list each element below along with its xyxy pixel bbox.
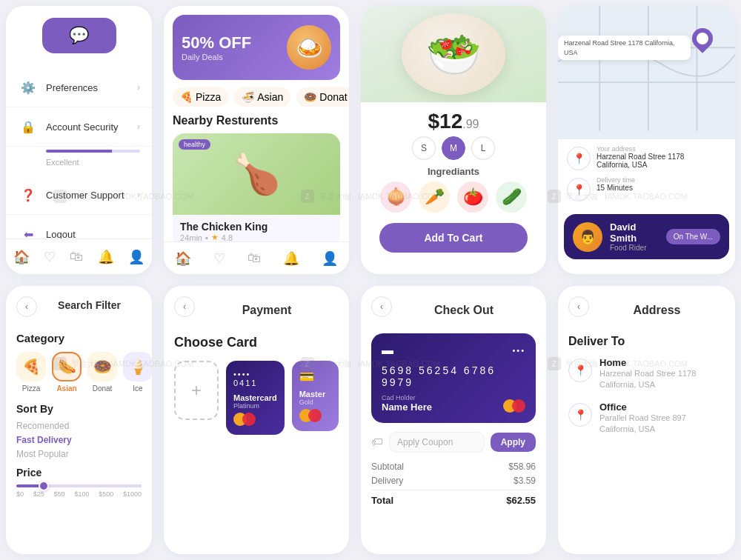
address-office[interactable]: 📍 Office Parallel Road Stree 897 Califor…: [568, 401, 725, 436]
restaurant-card[interactable]: 🍗 healthy The Chicken King 24min • ★ 4.8: [173, 133, 340, 248]
size-selector: S M L: [361, 136, 546, 160]
donat-icon: 🍩: [304, 91, 316, 103]
salad-emoji: 🥗: [426, 28, 482, 81]
payment-back-button[interactable]: ‹: [174, 296, 195, 317]
card-mastercard-platinum[interactable]: •••• 0411 Mastercard Platinum: [226, 361, 285, 435]
map-address-label: Harzenal Road Stree 1178 California, USA: [558, 36, 691, 60]
payment-title: Payment: [195, 304, 339, 317]
sort-fast-delivery[interactable]: Fast Delivery: [16, 435, 72, 445]
sort-by-title: Sort By: [16, 403, 142, 415]
rider-name: David Smith: [610, 221, 659, 244]
card-number: 5698 56254 6786 9979: [382, 364, 525, 388]
ingredient-carrot: 🥕: [419, 181, 450, 213]
delivery-time-label: Delivery time: [597, 176, 635, 184]
sort-recommended[interactable]: Recomended: [16, 421, 142, 431]
address-home[interactable]: 📍 Home Harzenal Road Stree 1178 Californ…: [568, 357, 725, 391]
cat-chip-pizza[interactable]: 🍕 Pizza: [173, 87, 228, 107]
chat-button[interactable]: 💬: [42, 18, 116, 53]
card-sub-label: Platinum: [233, 402, 277, 410]
category-section-title: Category: [16, 332, 142, 344]
cat-pizza[interactable]: 🍕 Pizza: [16, 352, 46, 393]
office-label: Office: [599, 401, 686, 413]
address-title: Address: [589, 304, 725, 317]
question-icon: ❓: [18, 184, 39, 205]
menu-item-preferences[interactable]: ⚙️ Preferences ›: [6, 68, 152, 107]
your-address-label: Your address: [597, 145, 684, 153]
size-l[interactable]: L: [471, 136, 495, 160]
menu-item-account-security[interactable]: 🔒 Account Security ›: [6, 107, 152, 147]
office-address-line: Parallel Road Stree 897 California, USA: [599, 413, 686, 436]
cat-chip-asian[interactable]: 🍜 Asian: [234, 87, 290, 107]
support-label: Customer Support: [46, 190, 137, 201]
size-m[interactable]: M: [442, 136, 465, 160]
cat-ice[interactable]: 🍦 Ice: [123, 352, 152, 393]
price-1000: $1000: [123, 490, 142, 498]
cat-chip-donat[interactable]: 🍩 Donat: [296, 87, 349, 107]
checkout-back-button[interactable]: ‹: [371, 296, 392, 317]
pizza-circle: 🍕: [16, 352, 46, 381]
delivery-map-panel: Harzenal Road Stree 1178 California, USA…: [558, 6, 735, 274]
lock-icon: 🔒: [18, 116, 39, 137]
deliver-to-title: Deliver To: [568, 335, 725, 348]
nav-home-icon[interactable]: 🏠: [13, 249, 30, 265]
nav-bag-icon[interactable]: 🛍: [70, 249, 83, 264]
pizza-label: Pizza: [22, 384, 40, 393]
checkout-panel: ‹ Check Out ▬ ••• 5698 56254 6786 9979 C…: [361, 286, 546, 554]
security-bar: [46, 150, 140, 153]
price-slider[interactable]: [16, 484, 142, 487]
rider-avatar: 👨: [573, 222, 602, 252]
office-address-info: Office Parallel Road Stree 897 Californi…: [599, 401, 686, 436]
card-master-gold[interactable]: 💳 Master Gold: [292, 361, 339, 431]
map-svg: [558, 6, 735, 131]
donat-label: Donat: [93, 384, 113, 393]
card-sub-2: Gold: [299, 399, 331, 406]
donat-circle: 🍩: [87, 352, 117, 381]
category-icons: 🍕 Pizza 🌭 Asian 🍩 Donat 🍦 Ice: [16, 352, 142, 393]
nav2-home[interactable]: 🏠: [175, 250, 191, 267]
address-panel: ‹ Address Deliver To 📍 Home Harzenal Roa…: [558, 286, 735, 554]
menu-item-support[interactable]: ❓ Customer Support ›: [6, 176, 152, 215]
delivery-time-value: 15 Minutes: [597, 184, 635, 192]
coupon-input[interactable]: Apply Coupon: [389, 432, 485, 453]
nav2-heart[interactable]: ♡: [213, 250, 225, 267]
master-gold-logo: [299, 409, 331, 422]
nav-heart-icon[interactable]: ♡: [44, 249, 56, 265]
sort-most-popular[interactable]: Most Popular: [16, 449, 142, 459]
checkout-title: Check Out: [392, 304, 536, 317]
cat-asian[interactable]: 🌭 Asian: [52, 352, 82, 393]
settings-panel: 💬 ⚙️ Preferences › 🔒 Account Security › …: [6, 6, 152, 274]
total-row: Total $62.55: [371, 490, 536, 506]
nearby-restaurants-title: Nearby Resturents: [164, 114, 349, 127]
back-button[interactable]: ‹: [16, 296, 37, 317]
price-big: $12: [428, 110, 463, 133]
card-brand-2: Master: [299, 390, 331, 399]
food-image-area: 🥗: [361, 6, 546, 102]
chip-icon: ▬: [382, 344, 393, 357]
food-detail-panel: 🥗 $12 .99 S M L Ingrediants 🧅 🥕 🍅 🥒 Add …: [361, 6, 546, 274]
total-value: $62.55: [506, 495, 536, 506]
nav-profile-icon[interactable]: 👤: [128, 249, 144, 265]
address-back-button[interactable]: ‹: [568, 296, 589, 317]
on-way-button[interactable]: On The W...: [666, 229, 720, 244]
home-label: Home: [599, 357, 696, 368]
nav2-bell[interactable]: 🔔: [283, 250, 299, 267]
slider-thumb[interactable]: [39, 481, 49, 491]
home-pin-icon: 📍: [568, 359, 592, 382]
route-address-1: Your address Harzenal Road Stree 1178Cal…: [597, 145, 684, 169]
add-to-cart-button[interactable]: Add To Cart: [379, 223, 528, 253]
office-pin-icon: 📍: [568, 403, 592, 427]
card-brand-logo: [503, 399, 525, 413]
food-plate: 🥗: [402, 13, 505, 95]
nav2-profile[interactable]: 👤: [322, 250, 338, 267]
add-card-button[interactable]: +: [174, 361, 219, 420]
cat-donat[interactable]: 🍩 Donat: [87, 352, 117, 393]
nav2-bag[interactable]: 🛍: [247, 250, 261, 266]
apply-button[interactable]: Apply: [491, 433, 536, 452]
route-address-2: Delivery time 15 Minutes: [597, 176, 635, 192]
ingredient-tomato: 🍅: [457, 181, 488, 213]
chat-icon: 💬: [69, 26, 89, 45]
nav-bell-icon[interactable]: 🔔: [98, 249, 114, 265]
coupon-icon: 🏷: [371, 436, 383, 449]
route-steps: 📍 Your address Harzenal Road Stree 1178C…: [567, 145, 726, 201]
size-s[interactable]: S: [412, 136, 436, 160]
